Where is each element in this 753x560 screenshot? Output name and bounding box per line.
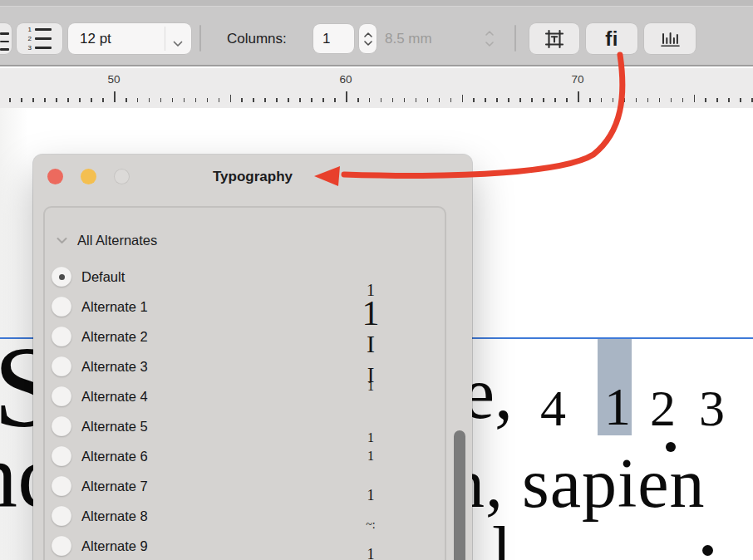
- columns-input[interactable]: 1: [313, 24, 354, 53]
- document-text-line2: n, sapien: [450, 449, 706, 518]
- app-window: Se nc e, 4 1 2 3 n, sapien l 1 2 3 12 pt: [0, 0, 753, 560]
- ruler-tick: [207, 98, 209, 103]
- ruler-tick: [253, 98, 254, 103]
- option-label: Alternate 9: [81, 538, 148, 554]
- ruler-label: 60: [339, 73, 352, 86]
- ruler-tick: [473, 98, 475, 103]
- ruler-tick: [56, 98, 57, 103]
- radio-button[interactable]: [52, 356, 71, 376]
- option-label: Alternate 6: [81, 449, 148, 464]
- window-edge: [0, 0, 753, 7]
- ruler-tick: [102, 98, 104, 103]
- ruler-tick: [91, 98, 92, 103]
- ruler-tick: [543, 98, 544, 103]
- radio-button[interactable]: [52, 297, 71, 317]
- chevron-up-icon: [485, 31, 494, 36]
- ruler-tick: [172, 98, 174, 103]
- radio-button[interactable]: [52, 386, 71, 406]
- ruler-tick: [404, 98, 406, 103]
- numbered-list-button[interactable]: 1 2 3: [17, 23, 62, 54]
- radio-button[interactable]: [52, 327, 71, 346]
- radio-button[interactable]: [52, 476, 71, 496]
- columns-stepper[interactable]: [359, 24, 376, 53]
- toolbar: 1 2 3 12 pt Columns: 1 8.5 mm: [0, 0, 753, 66]
- numeral-3[interactable]: 3: [699, 382, 725, 434]
- ruler-tick: [299, 98, 301, 103]
- text-frame-icon: [544, 28, 565, 50]
- option-label: Alternate 8: [81, 508, 148, 524]
- ruler-tick: [9, 98, 11, 103]
- typography-option-row[interactable]: Alternate 61: [45, 441, 445, 471]
- ruler-tick: [79, 98, 81, 103]
- chevron-up-icon: [364, 32, 372, 37]
- ruler-tick: [578, 91, 579, 102]
- chevron-down-icon[interactable]: [173, 36, 183, 51]
- ruler-tick: [462, 95, 464, 102]
- ruler-tick: [219, 98, 220, 103]
- text-frame-button[interactable]: [529, 23, 579, 54]
- list-icon: [0, 32, 9, 51]
- ruler-tick: [276, 98, 278, 103]
- ruler-tick: [647, 98, 649, 103]
- numeral-2[interactable]: 2: [650, 382, 676, 434]
- gutter-stepper-disabled: [480, 24, 498, 53]
- font-size-combobox[interactable]: 12 pt: [68, 23, 191, 54]
- ruler-tick: [496, 98, 498, 103]
- disclosure-chevron-icon[interactable]: [57, 237, 67, 244]
- typography-option-row[interactable]: Default1: [45, 262, 445, 292]
- numbered-list-icon: 1 2 3: [27, 27, 52, 52]
- numeral-4[interactable]: 4: [540, 382, 566, 434]
- typography-option-row[interactable]: Alternate 51: [45, 411, 445, 441]
- ruler-tick: [601, 98, 603, 103]
- ruler-tick: [624, 98, 626, 103]
- option-label: Alternate 2: [81, 329, 148, 345]
- ruler-tick: [288, 98, 289, 103]
- ruler-tick: [416, 98, 417, 103]
- typography-option-row[interactable]: Alternate 2I: [45, 322, 445, 351]
- radio-button[interactable]: [52, 536, 71, 556]
- option-label: Alternate 3: [81, 359, 148, 375]
- option-label: Alternate 4: [81, 389, 148, 405]
- ruler-tick: [369, 98, 371, 103]
- bar-chart-icon: [659, 31, 681, 47]
- radio-button[interactable]: [52, 506, 71, 526]
- ruler-tick: [392, 98, 394, 103]
- section-all-alternates[interactable]: All Alternates: [45, 229, 157, 251]
- ruler-tick: [439, 98, 440, 103]
- radio-button[interactable]: [52, 416, 71, 436]
- ruler-tick: [485, 98, 486, 103]
- toolbar-separator: [514, 25, 516, 52]
- ruler-tick: [184, 98, 185, 103]
- typography-option-row[interactable]: Alternate 41: [45, 381, 445, 411]
- ruler-tick: [44, 98, 46, 103]
- list-style-button[interactable]: [0, 23, 12, 54]
- ruler-tick: [311, 98, 313, 103]
- chevron-down-icon: [485, 42, 494, 47]
- typography-button[interactable]: fi: [586, 23, 637, 54]
- radio-button[interactable]: [52, 446, 71, 466]
- ruler-tick: [716, 98, 718, 103]
- typography-option-row[interactable]: Alternate 3I: [45, 351, 445, 381]
- ruler-tick: [554, 98, 556, 103]
- ruler-tick: [740, 98, 741, 103]
- glyph-preview: ~:: [354, 519, 387, 531]
- option-label: Alternate 7: [81, 479, 148, 494]
- typography-option-row[interactable]: Alternate 11: [45, 292, 445, 322]
- radio-selected[interactable]: [52, 267, 71, 287]
- ruler-tick: [427, 98, 429, 103]
- ruler-tick: [160, 98, 162, 103]
- ruler-tick: [149, 98, 150, 103]
- statistics-button[interactable]: [644, 23, 696, 54]
- ruler-tick: [636, 98, 637, 103]
- panel-title: Typography: [33, 169, 472, 185]
- toolbar-separator: [199, 25, 201, 52]
- scrollbar-thumb[interactable]: [454, 430, 465, 560]
- ruler-tick: [67, 98, 69, 103]
- numeral-1-selected[interactable]: 1: [604, 381, 631, 434]
- ruler-tick: [613, 98, 614, 103]
- typography-option-row[interactable]: Alternate 8~:: [45, 501, 445, 531]
- typography-option-row[interactable]: Alternate 91: [45, 531, 445, 560]
- horizontal-ruler[interactable]: 506070: [0, 68, 753, 108]
- typography-option-row[interactable]: Alternate 71: [45, 471, 445, 501]
- ruler-tick: [264, 98, 266, 103]
